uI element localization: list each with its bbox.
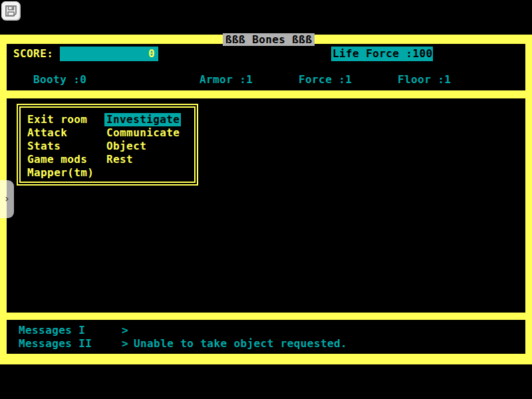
menu-item-exit-room[interactable]: Exit room xyxy=(27,113,94,126)
side-panel-expand-tab[interactable]: › xyxy=(0,180,14,218)
menu-item-game-mods[interactable]: Game mods xyxy=(27,153,94,166)
menu-column-left: Exit room Attack Stats Game mods Mapper(… xyxy=(27,113,94,180)
menu-item-communicate[interactable]: Communicate xyxy=(104,126,181,140)
messages-2-label: Messages II xyxy=(19,338,92,350)
messages-2-prompt: > xyxy=(122,338,128,350)
messages-1-prompt: > xyxy=(122,325,128,336)
messages-1-label: Messages I xyxy=(19,325,85,336)
stat-booty: Booty :0 xyxy=(33,74,86,86)
menu-item-investigate[interactable]: Investigate xyxy=(104,113,181,126)
window-title: ßßß Bones ßßß xyxy=(223,33,315,46)
stat-force: Force :1 xyxy=(299,74,352,86)
selected-menu-highlight: Investigate xyxy=(104,113,181,126)
life-force-badge: Life Force :100 xyxy=(331,47,433,61)
menu-item-rest[interactable]: Rest xyxy=(104,153,181,166)
stat-floor: Floor :1 xyxy=(398,74,451,86)
game-screen: › ßßß Bones ßßß SCORE: 0 Life Force :100… xyxy=(0,0,532,399)
menu-item-attack[interactable]: Attack xyxy=(27,126,94,140)
score-bar: 0 xyxy=(60,47,158,61)
chevron-right-icon: › xyxy=(4,194,10,204)
menu-item-mapper[interactable]: Mapper(tm) xyxy=(27,166,94,180)
save-button[interactable] xyxy=(1,1,20,20)
score-value: 0 xyxy=(148,47,155,61)
menu-item-object[interactable]: Object xyxy=(104,140,181,153)
menu-column-right: Investigate Communicate Object Rest xyxy=(104,113,181,166)
stat-armor: Armor :1 xyxy=(200,74,253,86)
score-label: SCORE: xyxy=(13,47,53,61)
menu-item-stats[interactable]: Stats xyxy=(27,140,94,153)
floppy-disk-icon xyxy=(5,5,17,17)
messages-2-text: Unable to take object requested. xyxy=(134,338,347,350)
